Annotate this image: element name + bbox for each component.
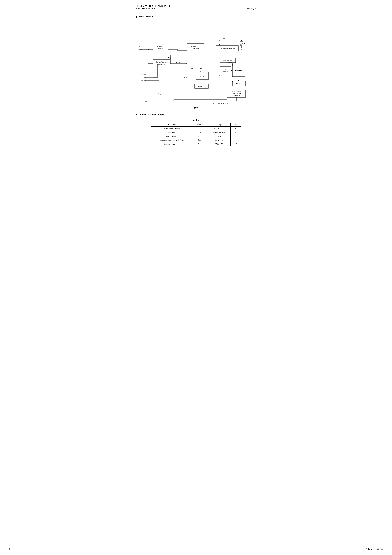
section-label: Block Diagram [139, 15, 153, 18]
param-tbias: Storage temperature under bias [151, 138, 193, 142]
inc-label: INC [199, 68, 203, 70]
bullet-icon [136, 16, 137, 17]
din-pin [162, 93, 163, 94]
unit-tbias: °C [231, 138, 241, 142]
dac-text1: Device Address [156, 61, 167, 63]
col-parameter: Parameter [151, 123, 193, 127]
a0-label: A0 [141, 79, 143, 81]
top-to-scc-arrow [195, 43, 196, 44]
inc-arrow [200, 71, 201, 72]
abs-max-label: Absolute Maximum Ratings [139, 113, 165, 116]
unit-psu: V [231, 127, 241, 131]
table-row: Power supply voltage VCC -0.3 to +7.0 V [151, 127, 241, 131]
ratings-table: Parameter Symbol Ratings Unit Power supp… [151, 123, 241, 146]
start-stop-text2: Detector [158, 48, 163, 49]
doa-text2: ACK Output [232, 93, 241, 94]
sda-junction [148, 49, 149, 50]
block-diagram-svg: SCL SDA Start/Stop Detector Serial Clock… [136, 21, 256, 105]
table-row: Output voltage VOUT -0.3 to VCC V [151, 134, 241, 138]
param-vout: Output voltage [151, 134, 193, 138]
footnote: * S-24C02A or S-24C04A [211, 102, 230, 104]
rat-vin: -0.3 to VCC+0.3 [207, 131, 231, 134]
sym-tstg: Tstg [193, 142, 207, 146]
ac-to-xd-arrow [219, 75, 220, 76]
param-psu: Power supply voltage [151, 127, 193, 131]
a0-pin [144, 80, 145, 81]
yd-text: Y Decoder [198, 85, 205, 87]
col-unit: Unit [231, 123, 241, 127]
sym-vout: VOUT [193, 134, 207, 138]
hvg-text: High-Voltage Generator [219, 47, 235, 49]
ac-to-yd-arrow [202, 83, 203, 84]
doa-text3: Controller [233, 94, 240, 96]
header-revision: Rev. 2.2_30 [247, 7, 256, 10]
din-arrow [226, 93, 227, 94]
start-stop-text1: Start/Stop [157, 45, 164, 47]
eeprom-text: EEPROM [235, 70, 242, 71]
test-pin [219, 39, 220, 40]
hvg-to-dr-arrow [227, 57, 227, 58]
comp-label: COMP [175, 61, 180, 63]
unit-tstg: °C [231, 142, 241, 146]
header-title: CMOS 2-WIRE SERIAL EEPROM S-24C01A/02A/0… [136, 5, 171, 10]
yd-to-sel-arrow [232, 81, 233, 82]
dout-label: DOUT [170, 99, 174, 101]
param-vin: Input voltage [151, 131, 193, 134]
sel-text: Selector [236, 83, 241, 84]
table-row: Storage temperature Tstg -65 to +150 °C [151, 142, 241, 146]
param-tstg: Storage temperature [151, 142, 193, 146]
rw-label: R / W [184, 76, 188, 78]
load-label2: LOAD [189, 68, 193, 70]
title-line1: CMOS 2-WIRE SERIAL EEPROM [136, 5, 171, 7]
a2-label: A2 [141, 74, 143, 76]
xd-to-eeprom-arrow [231, 70, 232, 71]
test-label: TEST/WP* [219, 37, 227, 39]
xd-text1: X [225, 68, 226, 70]
a2-pin [144, 74, 145, 75]
rat-tstg: -65 to +150 [207, 142, 231, 146]
xd-text2: Decoder [223, 70, 228, 72]
col-ratings: Ratings [207, 123, 231, 127]
scc-to-hvg-arrow [215, 48, 216, 49]
col-symbol: Symbol [193, 123, 207, 127]
page-header: CMOS 2-WIRE SERIAL EEPROM S-24C01A/02A/0… [136, 5, 256, 11]
title-line2: S-24C01A/02A/04A [136, 7, 171, 10]
block-diagram-heading: Block Diagram [136, 15, 256, 18]
table-title: Table 2 [136, 119, 256, 121]
sym-tbias: Tbias [193, 138, 207, 142]
ac-text2: Counter [199, 76, 205, 78]
figure-label: Figure 2 [136, 106, 256, 109]
comp-arrow [186, 63, 187, 64]
table-row: Input voltage VIN -0.3 to VCC+0.3 V [151, 131, 241, 134]
scc-text1: Serial Clock [191, 45, 199, 47]
bullet-icon-2 [136, 114, 137, 115]
block-diagram: SCL SDA Start/Stop Detector Serial Clock… [136, 21, 256, 105]
vcc-pin [240, 41, 241, 42]
rat-vout: -0.3 to VCC [207, 134, 231, 138]
dr-text: Data Register [223, 59, 232, 61]
ac-text1: Address [199, 74, 205, 76]
unit-vout: V [231, 134, 241, 138]
din-label: DIN [158, 93, 161, 95]
rat-tbias: -50 to +95 [207, 138, 231, 142]
dac-text2: Comparator [157, 63, 165, 65]
rat-psu: -0.3 to +7.0 [207, 127, 231, 131]
a1-pin [144, 77, 145, 78]
sym-psu: VCC [193, 127, 207, 131]
unit-vin: V [231, 131, 241, 134]
abs-max-heading: Absolute Maximum Ratings [136, 113, 256, 116]
sym-vin: VIN [193, 131, 207, 134]
doa-text1: Data Output [232, 91, 240, 93]
a1-label: A1 [141, 77, 143, 78]
test-arrow [219, 44, 220, 45]
gnd-label: GND [241, 43, 245, 45]
eeprom-to-sel-arrow [238, 80, 239, 81]
scc-text2: Controller [192, 48, 199, 49]
table-row: Storage temperature under bias Tbias -50… [151, 138, 241, 142]
sel-to-doa-arrow [238, 89, 239, 90]
gnd-pin [240, 45, 241, 46]
